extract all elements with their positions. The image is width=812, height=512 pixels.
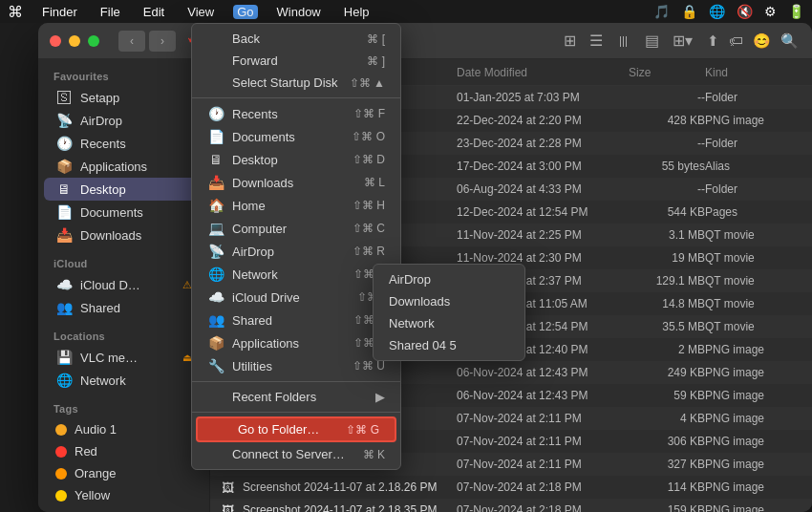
menu-item-connect-server[interactable]: Connect to Server… ⌘ K (192, 443, 400, 465)
menu-item-forward[interactable]: Forward ⌘ ] (192, 50, 400, 72)
menubar-go[interactable]: Go (233, 5, 257, 19)
menu-item-applications[interactable]: 📦 Applications ⇧⌘ A (192, 331, 400, 354)
menubar-window[interactable]: Window (273, 5, 325, 19)
sidebar-tag-red[interactable]: Red (44, 440, 203, 462)
sidebar-tag-orange[interactable]: Orange (44, 462, 203, 484)
menu-item-go-to-folder[interactable]: Go to Folder… ⇧⌘ G (196, 416, 396, 442)
menu-label: Connect to Server… (232, 447, 355, 461)
go-menu-dropdown[interactable]: Back ⌘ [ Forward ⌘ ] Select Startup Disk… (191, 23, 401, 470)
file-kind: Folder (705, 91, 801, 104)
menu-item-shared[interactable]: 👥 Shared ⇧⌘ S (192, 309, 400, 331)
home-icon: 🏠 (207, 198, 224, 213)
col-kind[interactable]: Kind (705, 66, 801, 79)
menu-icon-4[interactable]: 🔇 (737, 4, 753, 19)
sidebar-item-downloads[interactable]: 📥 Downloads (44, 224, 203, 246)
menu-label: Shared 04 5 (389, 338, 509, 352)
share-button[interactable]: ⬆ (705, 31, 721, 52)
menu-item-startup[interactable]: Select Startup Disk ⇧⌘ ▲ (192, 72, 400, 94)
network-icon: 🌐 (207, 267, 224, 282)
menu-item-icloud[interactable]: ☁️ iCloud Drive ⇧⌘ I (192, 286, 400, 309)
submenu-item-network[interactable]: Network (374, 312, 524, 334)
file-date: 07-Nov-2024 at 2:11 PM (457, 412, 629, 425)
apple-menu[interactable]: ⌘ (8, 3, 23, 21)
menubar-edit[interactable]: Edit (139, 5, 168, 19)
recent-folders-submenu[interactable]: AirDrop Downloads Network Shared 04 5 (373, 264, 525, 361)
sidebar-item-vlc[interactable]: 💾 VLC me… ⏏ (44, 346, 203, 369)
shortcut: ⇧⌘ G (346, 423, 379, 437)
documents-icon: 📄 (207, 129, 224, 144)
sidebar-item-airdrop[interactable]: 📡 AirDrop (44, 109, 203, 132)
menu-label: Home (232, 199, 345, 213)
menu-item-network[interactable]: 🌐 Network ⇧⌘ K (192, 263, 400, 286)
shared-icon: 👥 (207, 312, 224, 328)
menu-item-computer[interactable]: 💻 Computer ⇧⌘ C (192, 217, 400, 240)
sidebar-tag-yellow[interactable]: Yellow (44, 484, 203, 506)
file-kind: PNG image (705, 366, 801, 379)
menubar-finder[interactable]: Finder (38, 5, 81, 19)
menu-item-recents[interactable]: 🕐 Recents ⇧⌘ F (192, 102, 400, 125)
minimize-button[interactable] (69, 35, 80, 47)
menu-divider (192, 97, 400, 98)
sidebar-item-icloud-drive[interactable]: ☁️ iCloud D… ⚠ (44, 273, 203, 296)
menu-item-home[interactable]: 🏠 Home ⇧⌘ H (192, 194, 400, 217)
submenu-arrow: ▶ (375, 390, 385, 404)
menubar-view[interactable]: View (183, 5, 218, 19)
menu-icon-3[interactable]: 🌐 (709, 4, 725, 19)
menu-item-airdrop[interactable]: 📡 AirDrop ⇧⌘ R (192, 240, 400, 263)
sidebar-item-shared[interactable]: 👥 Shared (44, 296, 203, 319)
sidebar-item-recents[interactable]: 🕐 Recents (44, 132, 203, 155)
file-size: -- (629, 91, 705, 104)
menu-icon-5[interactable]: ⚙ (764, 4, 777, 19)
tag-button[interactable]: 🏷 (727, 31, 745, 51)
menu-item-recent-folders[interactable]: Recent Folders ▶ (192, 386, 400, 408)
sidebar-item-setapp[interactable]: 🅂 Setapp (44, 86, 203, 109)
list-view-button[interactable]: ☰ (585, 30, 608, 52)
menu-icon-2[interactable]: 🔒 (681, 4, 697, 19)
forward-button[interactable]: › (149, 31, 176, 52)
table-row[interactable]: 🖼Screenshot 2024-11-07 at 2.18.35 PM 07-… (210, 499, 812, 512)
sidebar-item-applications[interactable]: 📦 Applications (44, 155, 203, 178)
search-button[interactable]: 🔍 (779, 31, 801, 52)
menu-item-downloads[interactable]: 📥 Downloads ⌘ L (192, 171, 400, 194)
sidebar-item-documents[interactable]: 📄 Documents (44, 201, 203, 224)
shortcut: ⌘ [ (367, 32, 385, 46)
back-button[interactable]: ‹ (118, 31, 145, 52)
more-button[interactable]: 😊 (751, 31, 773, 52)
file-date: 17-Dec-2024 at 3:00 PM (457, 160, 629, 173)
menu-item-desktop[interactable]: 🖥 Desktop ⇧⌘ D (192, 148, 400, 171)
menu-item-documents[interactable]: 📄 Documents ⇧⌘ O (192, 125, 400, 148)
group-by-button[interactable]: ⊞▾ (668, 30, 697, 52)
menu-item-utilities[interactable]: 🔧 Utilities ⇧⌘ U (192, 354, 400, 377)
file-kind: PNG image (705, 389, 801, 402)
menu-label: Documents (232, 130, 344, 144)
menu-item-back[interactable]: Back ⌘ [ (192, 28, 400, 50)
shortcut: ⇧⌘ O (352, 130, 385, 143)
submenu-item-airdrop[interactable]: AirDrop (374, 268, 524, 290)
col-date[interactable]: Date Modified (457, 66, 629, 79)
sidebar-tag-audio1[interactable]: Audio 1 (44, 418, 203, 440)
sidebar-item-desktop[interactable]: 🖥 Desktop (44, 178, 203, 201)
table-row[interactable]: 🖼Screenshot 2024-11-07 at 2.18.26 PM 07-… (210, 476, 812, 499)
close-button[interactable] (50, 35, 61, 47)
gallery-view-button[interactable]: ▤ (640, 30, 664, 52)
menu-icon-6[interactable]: 🔋 (788, 4, 804, 19)
file-kind: PNG image (705, 412, 801, 425)
icon-view-button[interactable]: ⊞ (559, 30, 581, 52)
menu-divider (192, 412, 400, 413)
file-size: 4 KB (629, 412, 705, 425)
col-size[interactable]: Size (629, 66, 705, 79)
sidebar-label: Downloads (80, 228, 192, 243)
menu-label: Downloads (232, 176, 356, 190)
menubar-help[interactable]: Help (340, 5, 374, 19)
submenu-item-downloads[interactable]: Downloads (374, 290, 524, 312)
maximize-button[interactable] (88, 35, 99, 47)
shortcut: ⇧⌘ C (353, 222, 385, 235)
file-size: 55 bytes (629, 160, 705, 173)
sidebar-item-network[interactable]: 🌐 Network (44, 369, 203, 392)
menu-icon-1[interactable]: 🎵 (653, 4, 670, 19)
column-view-button[interactable]: ⫼ (611, 31, 636, 52)
shortcut: ⌘ K (363, 448, 385, 461)
recents-icon: 🕐 (55, 136, 73, 151)
submenu-item-shared04[interactable]: Shared 04 5 (374, 334, 524, 356)
menubar-file[interactable]: File (96, 5, 124, 19)
